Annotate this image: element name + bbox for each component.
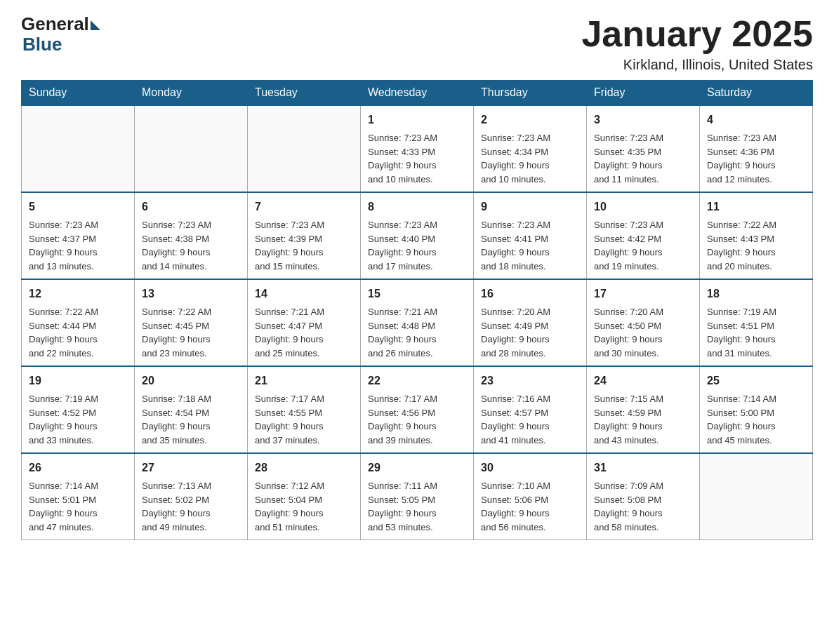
day-number: 18	[707, 286, 805, 302]
day-of-week-header: Saturday	[700, 81, 813, 106]
day-info: Sunrise: 7:09 AMSunset: 5:08 PMDaylight:…	[594, 479, 692, 534]
day-info: Sunrise: 7:22 AMSunset: 4:45 PMDaylight:…	[142, 305, 240, 360]
calendar-header: SundayMondayTuesdayWednesdayThursdayFrid…	[22, 81, 813, 106]
day-of-week-header: Wednesday	[361, 81, 474, 106]
day-number: 26	[29, 459, 127, 476]
calendar-day-cell: 7Sunrise: 7:23 AMSunset: 4:39 PMDaylight…	[248, 192, 361, 279]
day-info: Sunrise: 7:23 AMSunset: 4:40 PMDaylight:…	[368, 218, 466, 273]
day-of-week-header: Thursday	[474, 81, 587, 106]
day-info: Sunrise: 7:11 AMSunset: 5:05 PMDaylight:…	[368, 479, 466, 534]
day-number: 20	[142, 373, 240, 389]
day-number: 2	[481, 112, 579, 128]
calendar-title: January 2025	[581, 14, 813, 54]
calendar-day-cell: 13Sunrise: 7:22 AMSunset: 4:45 PMDayligh…	[135, 279, 248, 366]
calendar-day-cell: 19Sunrise: 7:19 AMSunset: 4:52 PMDayligh…	[22, 366, 135, 453]
day-of-week-header: Sunday	[22, 81, 135, 106]
day-info: Sunrise: 7:22 AMSunset: 4:44 PMDaylight:…	[29, 305, 127, 360]
calendar-day-cell: 28Sunrise: 7:12 AMSunset: 5:04 PMDayligh…	[248, 453, 361, 540]
day-number: 4	[707, 112, 805, 128]
calendar-day-cell: 1Sunrise: 7:23 AMSunset: 4:33 PMDaylight…	[361, 105, 474, 192]
day-number: 21	[255, 373, 353, 389]
calendar-day-cell: 26Sunrise: 7:14 AMSunset: 5:01 PMDayligh…	[22, 453, 135, 540]
day-info: Sunrise: 7:21 AMSunset: 4:48 PMDaylight:…	[368, 305, 466, 360]
day-number: 13	[142, 286, 240, 302]
calendar-day-cell: 30Sunrise: 7:10 AMSunset: 5:06 PMDayligh…	[474, 453, 587, 540]
day-info: Sunrise: 7:23 AMSunset: 4:34 PMDaylight:…	[481, 131, 579, 186]
day-number: 15	[368, 286, 466, 302]
calendar-day-cell: 15Sunrise: 7:21 AMSunset: 4:48 PMDayligh…	[361, 279, 474, 366]
day-info: Sunrise: 7:18 AMSunset: 4:54 PMDaylight:…	[142, 392, 240, 447]
calendar-day-cell: 17Sunrise: 7:20 AMSunset: 4:50 PMDayligh…	[587, 279, 700, 366]
day-info: Sunrise: 7:20 AMSunset: 4:50 PMDaylight:…	[594, 305, 692, 360]
page-header: General Blue January 2025 Kirkland, Illi…	[21, 14, 813, 73]
day-info: Sunrise: 7:14 AMSunset: 5:00 PMDaylight:…	[707, 392, 805, 447]
day-info: Sunrise: 7:23 AMSunset: 4:35 PMDaylight:…	[594, 131, 692, 186]
day-info: Sunrise: 7:23 AMSunset: 4:33 PMDaylight:…	[368, 131, 466, 186]
day-of-week-header: Tuesday	[248, 81, 361, 106]
calendar-day-cell: 14Sunrise: 7:21 AMSunset: 4:47 PMDayligh…	[248, 279, 361, 366]
calendar-body: 1Sunrise: 7:23 AMSunset: 4:33 PMDaylight…	[22, 105, 813, 540]
day-info: Sunrise: 7:23 AMSunset: 4:41 PMDaylight:…	[481, 218, 579, 273]
day-number: 29	[368, 459, 466, 476]
day-number: 28	[255, 459, 353, 476]
calendar-day-cell	[22, 105, 135, 192]
day-number: 12	[29, 286, 127, 302]
calendar-week-row: 12Sunrise: 7:22 AMSunset: 4:44 PMDayligh…	[22, 279, 813, 366]
calendar-day-cell: 16Sunrise: 7:20 AMSunset: 4:49 PMDayligh…	[474, 279, 587, 366]
day-info: Sunrise: 7:12 AMSunset: 5:04 PMDaylight:…	[255, 479, 353, 534]
calendar-day-cell: 10Sunrise: 7:23 AMSunset: 4:42 PMDayligh…	[587, 192, 700, 279]
day-info: Sunrise: 7:23 AMSunset: 4:38 PMDaylight:…	[142, 218, 240, 273]
calendar-day-cell: 4Sunrise: 7:23 AMSunset: 4:36 PMDaylight…	[700, 105, 813, 192]
day-info: Sunrise: 7:17 AMSunset: 4:55 PMDaylight:…	[255, 392, 353, 447]
calendar-day-cell: 9Sunrise: 7:23 AMSunset: 4:41 PMDaylight…	[474, 192, 587, 279]
day-number: 9	[481, 199, 579, 215]
day-number: 30	[481, 459, 579, 476]
day-number: 25	[707, 373, 805, 389]
day-info: Sunrise: 7:19 AMSunset: 4:52 PMDaylight:…	[29, 392, 127, 447]
day-number: 19	[29, 373, 127, 389]
day-info: Sunrise: 7:21 AMSunset: 4:47 PMDaylight:…	[255, 305, 353, 360]
calendar-day-cell: 5Sunrise: 7:23 AMSunset: 4:37 PMDaylight…	[22, 192, 135, 279]
calendar-day-cell: 2Sunrise: 7:23 AMSunset: 4:34 PMDaylight…	[474, 105, 587, 192]
calendar-day-cell: 11Sunrise: 7:22 AMSunset: 4:43 PMDayligh…	[700, 192, 813, 279]
calendar-day-cell: 22Sunrise: 7:17 AMSunset: 4:56 PMDayligh…	[361, 366, 474, 453]
calendar-week-row: 5Sunrise: 7:23 AMSunset: 4:37 PMDaylight…	[22, 192, 813, 279]
day-info: Sunrise: 7:23 AMSunset: 4:36 PMDaylight:…	[707, 131, 805, 186]
day-number: 17	[594, 286, 692, 302]
day-number: 6	[142, 199, 240, 215]
calendar-day-cell	[700, 453, 813, 540]
logo-triangle-icon	[91, 20, 100, 30]
day-info: Sunrise: 7:19 AMSunset: 4:51 PMDaylight:…	[707, 305, 805, 360]
days-of-week-row: SundayMondayTuesdayWednesdayThursdayFrid…	[22, 81, 813, 106]
logo-blue-text: Blue	[22, 34, 62, 55]
day-number: 31	[594, 459, 692, 476]
day-number: 1	[368, 112, 466, 128]
calendar-table: SundayMondayTuesdayWednesdayThursdayFrid…	[21, 80, 813, 540]
day-info: Sunrise: 7:20 AMSunset: 4:49 PMDaylight:…	[481, 305, 579, 360]
calendar-day-cell: 31Sunrise: 7:09 AMSunset: 5:08 PMDayligh…	[587, 453, 700, 540]
calendar-day-cell: 21Sunrise: 7:17 AMSunset: 4:55 PMDayligh…	[248, 366, 361, 453]
calendar-day-cell	[135, 105, 248, 192]
calendar-day-cell: 27Sunrise: 7:13 AMSunset: 5:02 PMDayligh…	[135, 453, 248, 540]
day-info: Sunrise: 7:17 AMSunset: 4:56 PMDaylight:…	[368, 392, 466, 447]
calendar-day-cell: 8Sunrise: 7:23 AMSunset: 4:40 PMDaylight…	[361, 192, 474, 279]
day-info: Sunrise: 7:10 AMSunset: 5:06 PMDaylight:…	[481, 479, 579, 534]
calendar-day-cell: 24Sunrise: 7:15 AMSunset: 4:59 PMDayligh…	[587, 366, 700, 453]
calendar-week-row: 1Sunrise: 7:23 AMSunset: 4:33 PMDaylight…	[22, 105, 813, 192]
day-info: Sunrise: 7:14 AMSunset: 5:01 PMDaylight:…	[29, 479, 127, 534]
day-number: 5	[29, 199, 127, 215]
day-number: 16	[481, 286, 579, 302]
day-info: Sunrise: 7:13 AMSunset: 5:02 PMDaylight:…	[142, 479, 240, 534]
day-number: 7	[255, 199, 353, 215]
day-info: Sunrise: 7:23 AMSunset: 4:42 PMDaylight:…	[594, 218, 692, 273]
day-info: Sunrise: 7:22 AMSunset: 4:43 PMDaylight:…	[707, 218, 805, 273]
day-number: 24	[594, 373, 692, 389]
day-number: 10	[594, 199, 692, 215]
calendar-week-row: 19Sunrise: 7:19 AMSunset: 4:52 PMDayligh…	[22, 366, 813, 453]
calendar-week-row: 26Sunrise: 7:14 AMSunset: 5:01 PMDayligh…	[22, 453, 813, 540]
calendar-day-cell: 6Sunrise: 7:23 AMSunset: 4:38 PMDaylight…	[135, 192, 248, 279]
day-info: Sunrise: 7:23 AMSunset: 4:37 PMDaylight:…	[29, 218, 127, 273]
day-number: 11	[707, 199, 805, 215]
day-number: 22	[368, 373, 466, 389]
day-of-week-header: Friday	[587, 81, 700, 106]
